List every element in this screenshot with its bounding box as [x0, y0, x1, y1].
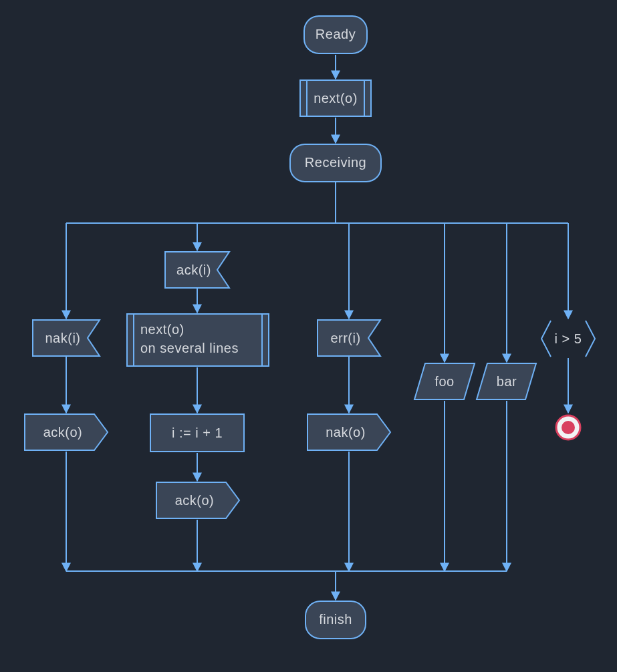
label-assign: i := i + 1 — [172, 426, 223, 440]
node-bar: bar — [477, 363, 536, 399]
label-nexto2-l2: on several lines — [140, 341, 239, 355]
label-erri: err(i) — [330, 331, 360, 345]
label-receiving: Receiving — [305, 155, 366, 170]
label-acko2: ack(o) — [175, 493, 215, 508]
node-finish: finish — [305, 601, 366, 639]
node-assign: i := i + 1 — [150, 414, 244, 452]
node-cond: i > 5 — [541, 321, 595, 357]
node-acko1: ack(o) — [25, 414, 108, 450]
label-acki: ack(i) — [176, 263, 211, 277]
node-nako: nak(o) — [307, 414, 390, 450]
node-nexto1: next(o) — [300, 80, 371, 116]
node-ready: Ready — [304, 16, 367, 53]
label-foo: foo — [435, 374, 454, 389]
node-receiving: Receiving — [290, 144, 381, 182]
svg-point-11 — [562, 421, 575, 434]
node-naki: nak(i) — [33, 320, 100, 356]
node-terminal — [556, 415, 580, 440]
label-ready: Ready — [316, 27, 356, 41]
node-acki: ack(i) — [165, 252, 229, 288]
label-naki: nak(i) — [45, 331, 80, 345]
node-erri: err(i) — [318, 320, 380, 356]
node-acko2: ack(o) — [156, 482, 239, 518]
label-nako: nak(o) — [326, 425, 366, 440]
node-nexto2: next(o) on several lines — [127, 314, 269, 366]
label-finish: finish — [319, 612, 352, 627]
label-nexto1: next(o) — [314, 91, 358, 106]
label-nexto2-l1: next(o) — [140, 322, 184, 337]
label-cond: i > 5 — [555, 331, 582, 346]
label-acko1: ack(o) — [43, 425, 83, 440]
label-bar: bar — [497, 374, 517, 389]
node-foo: foo — [414, 363, 475, 399]
